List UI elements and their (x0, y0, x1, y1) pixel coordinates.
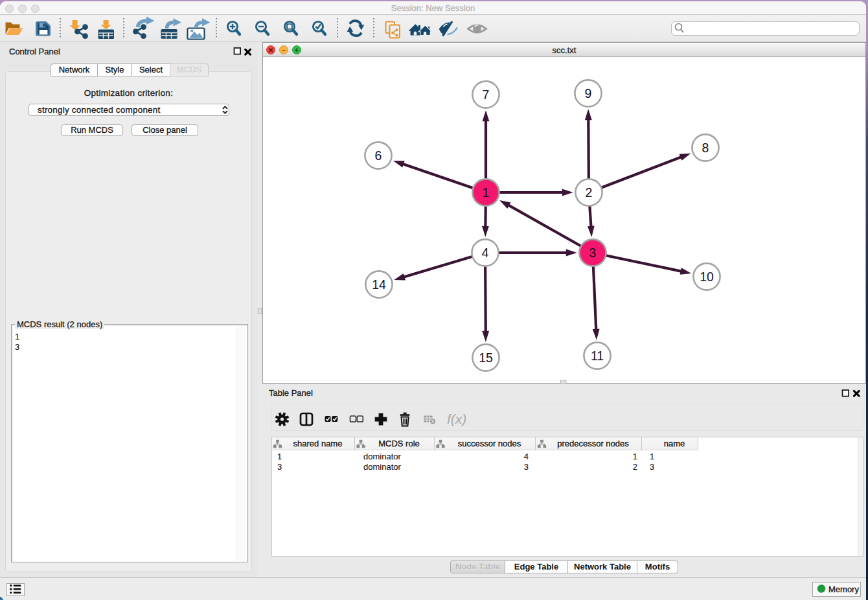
svg-text:9: 9 (585, 86, 592, 100)
svg-text:14: 14 (372, 277, 386, 292)
svg-text:4: 4 (482, 246, 489, 260)
svg-text:3: 3 (589, 246, 597, 260)
svg-text:2: 2 (586, 185, 593, 200)
svg-text:8: 8 (702, 141, 709, 155)
svg-text:10: 10 (700, 270, 714, 284)
svg-text:11: 11 (591, 349, 604, 363)
svg-text:1: 1 (483, 185, 490, 200)
svg-text:7: 7 (483, 87, 490, 102)
svg-text:6: 6 (375, 148, 382, 163)
svg-text:15: 15 (479, 351, 493, 365)
